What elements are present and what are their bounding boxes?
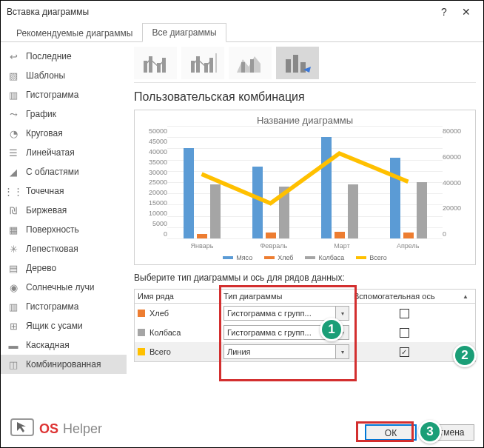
sidebar-item-10[interactable]: ✳Лепестковая xyxy=(1,239,127,258)
sidebar-label: Ящик с усами xyxy=(26,321,83,331)
tab-all[interactable]: Все диаграммы xyxy=(142,23,226,42)
scroll-up-icon[interactable]: ▲ xyxy=(459,293,472,300)
sidebar-label: Лепестковая xyxy=(26,244,78,254)
svg-rect-9 xyxy=(241,62,245,73)
sidebar-item-16[interactable]: ◫Комбинированная xyxy=(1,355,127,374)
sidebar-item-13[interactable]: ▥Гистограмма xyxy=(1,297,127,316)
sidebar-label: График xyxy=(26,109,56,119)
sidebar-icon: ☰ xyxy=(7,147,20,158)
sidebar-item-2[interactable]: ▥Гистограмма xyxy=(1,85,127,104)
sidebar-label: Линейчатая xyxy=(26,147,75,158)
section-title: Пользовательская комбинация xyxy=(134,87,476,105)
sidebar-label: Гистограмма xyxy=(26,90,78,100)
sidebar-icon: ◔ xyxy=(7,127,20,139)
tab-strip: Рекомендуемые диаграммы Все диаграммы xyxy=(1,23,483,42)
help-button[interactable]: ? xyxy=(433,1,455,23)
sidebar-icon: ⊞ xyxy=(7,320,20,332)
secondary-axis-checkbox[interactable] xyxy=(400,309,409,318)
sidebar-item-5[interactable]: ☰Линейчатая xyxy=(1,143,127,162)
sidebar-item-1[interactable]: ▧Шаблоны xyxy=(1,66,127,85)
sidebar-item-6[interactable]: ◢С областями xyxy=(1,162,127,181)
sidebar-label: Шаблоны xyxy=(26,70,65,81)
sidebar-label: Гистограмма xyxy=(26,301,78,312)
plot-area xyxy=(167,126,443,239)
series-name-label: Колбаса xyxy=(149,328,181,337)
sidebar-label: Солнечные лучи xyxy=(26,282,94,292)
annotation-badge-3: 3 xyxy=(418,420,442,444)
svg-rect-14 xyxy=(11,419,33,435)
sidebar-icon: ◉ xyxy=(7,281,20,293)
annotation-red-ok xyxy=(356,421,414,442)
sidebar-item-11[interactable]: ▤Дерево xyxy=(1,258,127,278)
combo-thumb-1[interactable] xyxy=(134,47,177,79)
annotation-badge-2: 2 xyxy=(453,344,477,367)
secondary-axis-checkbox[interactable] xyxy=(400,328,409,338)
series-color-swatch xyxy=(138,310,145,317)
sidebar-label: С областями xyxy=(26,167,79,177)
svg-rect-7 xyxy=(209,58,213,73)
sidebar-label: Комбинированная xyxy=(26,359,101,370)
chart-preview[interactable]: Название диаграммы 500004500040000350003… xyxy=(134,110,476,265)
y-axis-primary: 5000045000400003500030000250002000015000… xyxy=(142,126,167,239)
sidebar-icon: ▬ xyxy=(7,339,20,351)
series-color-swatch xyxy=(138,329,145,336)
combo-subtype-thumbs xyxy=(134,47,476,83)
logo-text-os: OS xyxy=(39,421,58,437)
series-name-label: Всего xyxy=(149,347,171,356)
combo-thumb-2[interactable] xyxy=(181,47,224,79)
close-button[interactable]: ✕ xyxy=(455,1,477,23)
svg-rect-11 xyxy=(286,59,291,73)
sidebar-icon: ◢ xyxy=(7,166,20,178)
sidebar-icon: ◫ xyxy=(7,358,20,370)
sidebar-icon: ⤳ xyxy=(7,108,20,120)
titlebar: Вставка диаграммы ? ✕ xyxy=(1,1,483,23)
annotation-badge-1: 1 xyxy=(320,318,343,341)
svg-rect-10 xyxy=(250,59,254,73)
sidebar-icon: ✳ xyxy=(7,243,20,255)
sidebar-item-4[interactable]: ◔Круговая xyxy=(1,124,127,143)
sidebar-icon: ▥ xyxy=(7,301,20,312)
sidebar-icon: ⋮⋮ xyxy=(7,185,20,197)
svg-rect-13 xyxy=(300,62,306,73)
sidebar-icon: ₪ xyxy=(7,204,20,216)
sidebar-label: Круговая xyxy=(26,128,63,138)
sidebar-icon: ▤ xyxy=(7,262,20,274)
y-axis-secondary: 800006000040000200000 xyxy=(443,126,468,239)
combo-thumb-3[interactable] xyxy=(229,47,272,79)
tab-recommended[interactable]: Рекомендуемые диаграммы xyxy=(7,24,142,42)
svg-rect-1 xyxy=(149,56,152,73)
sidebar-icon: ▥ xyxy=(7,89,20,101)
cursor-icon xyxy=(10,418,35,440)
sidebar-label: Дерево xyxy=(26,263,56,273)
sidebar-icon: ▧ xyxy=(7,70,20,81)
sidebar-label: Поверхность xyxy=(26,224,79,235)
sidebar-item-12[interactable]: ◉Солнечные лучи xyxy=(1,278,127,297)
sidebar-label: Каскадная xyxy=(26,340,70,350)
svg-rect-5 xyxy=(196,56,200,73)
sidebar-label: Точечная xyxy=(26,186,64,196)
logo-text-helper: Helper xyxy=(63,421,102,437)
series-name-label: Хлеб xyxy=(149,309,169,318)
col-series-name: Имя ряда xyxy=(138,292,219,301)
chart-type-sidebar: ↩Последние▧Шаблоны▥Гистограмма⤳График◔Кр… xyxy=(1,42,127,418)
secondary-axis-checkbox[interactable]: ✓ xyxy=(400,347,409,357)
col-secondary-axis: Вспомогательная ось xyxy=(354,292,454,301)
sidebar-label: Последние xyxy=(26,51,72,61)
sidebar-item-9[interactable]: ▦Поверхность xyxy=(1,220,127,239)
sidebar-item-0[interactable]: ↩Последние xyxy=(1,47,127,66)
combo-thumb-custom[interactable] xyxy=(276,47,319,79)
sidebar-item-15[interactable]: ▬Каскадная xyxy=(1,335,127,355)
series-table: Имя ряда Тип диаграммы Вспомогательная о… xyxy=(134,289,476,362)
svg-rect-3 xyxy=(162,58,166,73)
sidebar-icon: ▦ xyxy=(7,224,20,235)
sidebar-item-7[interactable]: ⋮⋮Точечная xyxy=(1,181,127,201)
sidebar-label: Биржевая xyxy=(26,205,67,215)
window-title: Вставка диаграммы xyxy=(7,7,433,17)
sidebar-item-3[interactable]: ⤳График xyxy=(1,104,127,124)
watermark-logo: OS Helper xyxy=(10,418,102,440)
series-color-swatch xyxy=(138,348,145,355)
sidebar-icon: ↩ xyxy=(7,50,20,62)
sidebar-item-8[interactable]: ₪Биржевая xyxy=(1,201,127,220)
chart-title: Название диаграммы xyxy=(142,115,468,126)
sidebar-item-14[interactable]: ⊞Ящик с усами xyxy=(1,316,127,335)
